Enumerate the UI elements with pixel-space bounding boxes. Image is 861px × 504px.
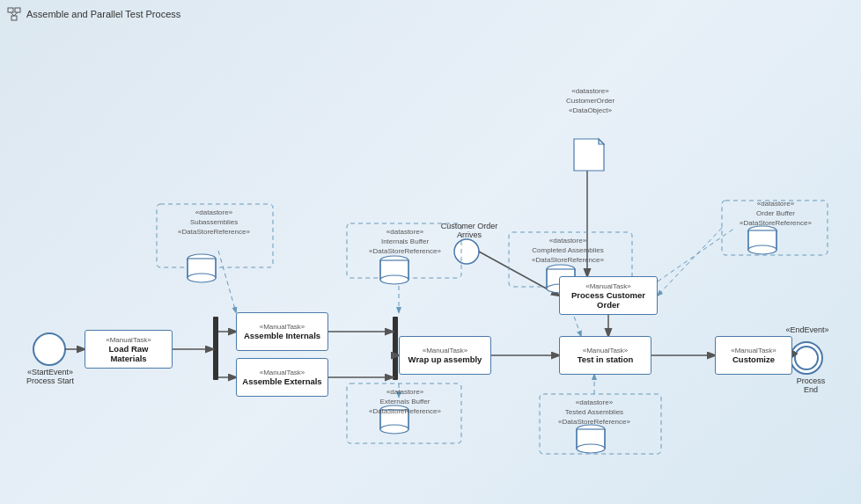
internals-buffer-label: «datastore»Internals Buffer«DataStoreRef… — [352, 227, 458, 257]
svg-point-41 — [188, 274, 216, 282]
order-buffer-label: «datastore»Order Buffer«DataStoreReferen… — [727, 199, 824, 229]
svg-marker-67 — [574, 139, 604, 171]
svg-line-36 — [658, 228, 735, 281]
svg-marker-68 — [599, 139, 604, 144]
svg-point-46 — [380, 275, 408, 284]
task-name-assemble-int: Assemble Internals — [244, 331, 320, 340]
svg-point-66 — [748, 245, 776, 254]
task-name-assemble-ext: Assemble Externals — [242, 376, 321, 386]
task-load-raw-materials[interactable]: «ManualTask» Load Raw Materials — [85, 330, 173, 369]
task-name-wrap-up: Wrap up assembly — [408, 354, 482, 364]
svg-rect-63 — [748, 230, 776, 250]
svg-rect-1 — [15, 8, 20, 12]
svg-point-37 — [188, 254, 216, 263]
task-process-customer-order[interactable]: «ManualTask» Process Customer Order — [559, 276, 658, 315]
task-stereotype-pco: «ManualTask» — [585, 282, 631, 290]
svg-rect-2 — [11, 16, 17, 20]
diagram-icon — [7, 7, 21, 21]
svg-point-5 — [33, 333, 65, 365]
task-stereotype-wrap-up: «ManualTask» — [423, 347, 468, 354]
svg-rect-10 — [393, 317, 398, 380]
task-stereotype-load-raw: «ManualTask» — [106, 336, 151, 344]
svg-rect-0 — [8, 8, 13, 12]
svg-line-3 — [11, 12, 14, 16]
task-customize[interactable]: «ManualTask» Customize — [715, 336, 792, 375]
completed-assemblies-label: «datastore»Completed Assemblies«DataStor… — [511, 236, 625, 266]
svg-point-6 — [791, 342, 822, 374]
svg-point-56 — [380, 425, 408, 434]
task-stereotype-assemble-ext: «ManualTask» — [260, 369, 305, 376]
start-event-label: Process Start — [19, 376, 81, 385]
title-bar: Assemble and Parallel Test Process — [7, 7, 180, 21]
svg-line-35 — [658, 228, 722, 296]
end-event-label: Process End — [789, 376, 833, 394]
customer-order-label: «datastore»CustomerOrder«DataObject» — [544, 86, 637, 116]
task-wrap-up-assembly[interactable]: «ManualTask» Wrap up assembly — [399, 336, 491, 375]
tested-assemblies-label: «datastore»Tested Assemblies«DataStoreRe… — [541, 398, 647, 427]
task-assemble-externals[interactable]: «ManualTask» Assemble Externals — [236, 358, 328, 397]
svg-rect-58 — [577, 429, 605, 449]
task-stereotype-customize: «ManualTask» — [731, 347, 776, 354]
task-name-pco: Process Customer Order — [565, 290, 651, 310]
task-assemble-internals[interactable]: «ManualTask» Assemble Internals — [236, 312, 328, 351]
svg-line-30 — [218, 251, 236, 312]
task-stereotype-assemble-int: «ManualTask» — [260, 323, 305, 331]
svg-rect-43 — [380, 260, 408, 280]
start-event-stereotype: «StartEvent» — [19, 368, 81, 376]
task-name-customize: Customize — [732, 354, 775, 364]
svg-point-42 — [380, 256, 408, 265]
svg-rect-38 — [188, 259, 216, 278]
svg-rect-9 — [213, 317, 218, 380]
subassemblies-label: «datastore»Subassemblies«DataStoreRefere… — [157, 208, 271, 237]
task-name-load-raw: Load Raw Materials — [91, 344, 166, 363]
svg-point-8 — [454, 239, 479, 264]
task-test-in-station[interactable]: «ManualTask» Test in station — [559, 336, 651, 375]
task-name-test: Test in station — [578, 354, 634, 364]
svg-line-4 — [14, 12, 18, 16]
svg-point-7 — [795, 347, 818, 369]
diagram-title: Assemble and Parallel Test Process — [26, 9, 180, 19]
task-stereotype-test: «ManualTask» — [583, 347, 629, 354]
diagram-container: Assemble and Parallel Test Process — [0, 0, 861, 504]
svg-point-47 — [547, 265, 575, 274]
externals-buffer-label: «datastore»Externals Buffer«DataStoreRef… — [352, 387, 458, 417]
end-event-stereotype: «EndEvent» — [785, 325, 829, 334]
svg-point-61 — [577, 444, 605, 453]
